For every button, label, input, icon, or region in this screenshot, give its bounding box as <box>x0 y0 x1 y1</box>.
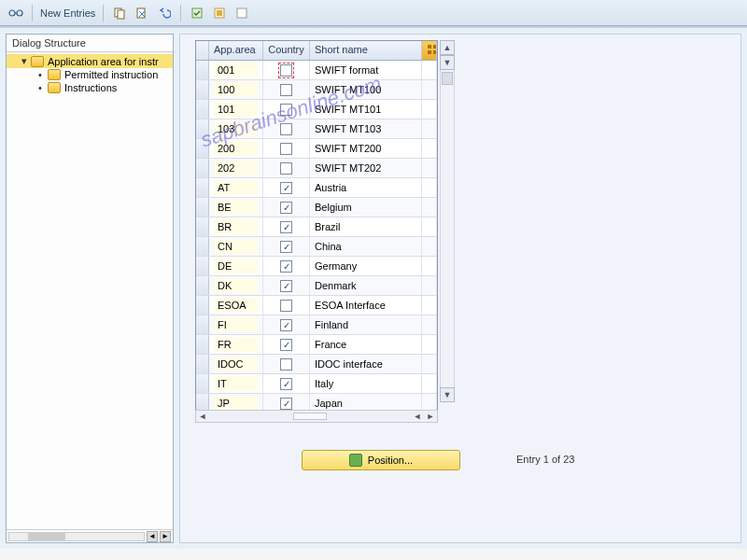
column-header-app-area[interactable]: App.area <box>209 41 263 60</box>
country-checkbox[interactable] <box>280 104 292 116</box>
column-header-country[interactable]: Country <box>263 41 310 60</box>
cell-short-name[interactable]: Brazil <box>310 217 422 236</box>
row-selector[interactable] <box>196 237 209 256</box>
row-selector[interactable] <box>196 315 209 334</box>
scroll-right-icon[interactable]: ► <box>424 411 437 422</box>
delete-icon[interactable] <box>134 5 150 21</box>
cell-short-name[interactable]: ESOA Interface <box>310 296 422 315</box>
cell-short-name[interactable]: Finland <box>310 315 422 334</box>
cell-short-name[interactable]: SWIFT format <box>310 61 422 79</box>
tree-node-instructions[interactable]: • Instructions <box>7 81 173 94</box>
row-selector[interactable] <box>196 100 209 119</box>
cell-short-name[interactable]: Belgium <box>310 198 422 217</box>
row-selector[interactable] <box>196 335 209 354</box>
country-checkbox[interactable] <box>280 84 292 96</box>
cell-app-area[interactable]: IDOC <box>209 355 263 373</box>
copy-icon[interactable] <box>111 5 128 21</box>
country-checkbox[interactable] <box>280 339 292 351</box>
country-checkbox[interactable] <box>280 358 292 371</box>
cell-short-name[interactable]: SWIFT MT202 <box>310 159 422 177</box>
table-h-scrollbar[interactable]: ◄ ◄ ► <box>195 410 438 423</box>
column-header-short-name[interactable]: Short name <box>310 41 422 60</box>
cell-short-name[interactable]: China <box>310 237 422 256</box>
select-block-icon[interactable] <box>211 5 228 21</box>
cell-app-area[interactable]: FI <box>209 315 263 334</box>
cell-app-area[interactable]: DK <box>209 276 263 295</box>
cell-short-name[interactable]: France <box>310 335 422 354</box>
glasses-icon[interactable] <box>7 5 24 21</box>
cell-app-area[interactable]: IT <box>209 374 263 393</box>
cell-short-name[interactable]: SWIFT MT103 <box>310 119 422 138</box>
country-checkbox[interactable] <box>280 241 292 253</box>
cell-app-area[interactable]: 202 <box>209 159 263 177</box>
cell-short-name[interactable]: Denmark <box>310 276 422 295</box>
cell-app-area[interactable]: CN <box>209 237 263 256</box>
scroll-first-icon[interactable]: ◄ <box>196 411 209 422</box>
row-selector[interactable] <box>196 80 209 99</box>
cell-app-area[interactable]: AT <box>209 178 263 197</box>
country-checkbox[interactable] <box>280 260 292 273</box>
scroll-right-icon[interactable]: ► <box>160 531 171 542</box>
country-checkbox[interactable] <box>280 221 292 233</box>
cell-short-name[interactable]: SWIFT MT100 <box>310 80 422 99</box>
scroll-down-end-icon[interactable]: ▼ <box>440 387 455 402</box>
scroll-left-icon[interactable]: ◄ <box>411 411 424 422</box>
scrollbar-thumb[interactable] <box>28 533 65 540</box>
scroll-down-icon[interactable]: ▼ <box>440 55 455 70</box>
cell-app-area[interactable]: ESOA <box>209 296 263 315</box>
country-checkbox[interactable] <box>280 123 292 135</box>
row-selector[interactable] <box>196 139 209 158</box>
country-checkbox[interactable] <box>280 162 292 175</box>
scroll-up-icon[interactable]: ▲ <box>440 40 455 55</box>
position-button[interactable]: Position... <box>302 450 460 470</box>
cell-app-area[interactable]: 001 <box>209 61 263 79</box>
deselect-all-icon[interactable] <box>233 5 250 21</box>
cell-short-name[interactable]: IDOC interface <box>310 355 422 373</box>
row-selector[interactable] <box>196 374 209 393</box>
new-entries-button[interactable]: New Entries <box>40 7 95 19</box>
cell-app-area[interactable]: 103 <box>209 119 263 138</box>
row-selector[interactable] <box>196 217 209 236</box>
country-checkbox[interactable] <box>280 143 292 155</box>
row-selector[interactable] <box>196 178 209 197</box>
cell-app-area[interactable]: BR <box>209 217 263 236</box>
scrollbar-thumb[interactable] <box>293 413 327 420</box>
cell-app-area[interactable]: 100 <box>209 80 263 99</box>
select-all-header[interactable] <box>196 41 209 60</box>
tree-node-application-area[interactable]: ▾ Application area for instr <box>7 54 173 68</box>
scroll-left-icon[interactable]: ◄ <box>147 531 158 542</box>
country-checkbox[interactable] <box>280 182 292 194</box>
country-checkbox[interactable] <box>280 398 292 410</box>
undo-icon[interactable] <box>156 5 173 21</box>
configure-columns-icon[interactable] <box>422 41 437 60</box>
select-all-icon[interactable] <box>189 5 205 21</box>
cell-app-area[interactable]: BE <box>209 198 263 217</box>
scrollbar-track[interactable] <box>440 70 455 387</box>
country-checkbox[interactable] <box>280 64 292 77</box>
cell-short-name[interactable]: Germany <box>310 257 422 275</box>
scrollbar-track[interactable] <box>8 532 145 541</box>
tree-h-scrollbar[interactable]: ◄ ► <box>7 529 173 542</box>
collapse-icon[interactable]: ▾ <box>21 55 31 67</box>
country-checkbox[interactable] <box>280 280 292 292</box>
country-checkbox[interactable] <box>280 300 292 312</box>
row-selector[interactable] <box>196 159 209 177</box>
row-selector[interactable] <box>196 257 209 275</box>
table-v-scrollbar[interactable]: ▲ ▼ ▼ <box>440 40 455 402</box>
row-selector[interactable] <box>196 61 209 79</box>
country-checkbox[interactable] <box>280 202 292 214</box>
cell-app-area[interactable]: 101 <box>209 100 263 119</box>
cell-app-area[interactable]: 200 <box>209 139 263 158</box>
cell-short-name[interactable]: SWIFT MT101 <box>310 100 422 119</box>
row-selector[interactable] <box>196 198 209 217</box>
cell-short-name[interactable]: Austria <box>310 178 422 197</box>
country-checkbox[interactable] <box>280 378 292 390</box>
scrollbar-track[interactable] <box>209 413 411 420</box>
cell-short-name[interactable]: SWIFT MT200 <box>310 139 422 158</box>
cell-app-area[interactable]: DE <box>209 257 263 275</box>
row-selector[interactable] <box>196 355 209 373</box>
country-checkbox[interactable] <box>280 319 292 331</box>
cell-short-name[interactable]: Italy <box>310 374 422 393</box>
row-selector[interactable] <box>196 276 209 295</box>
row-selector[interactable] <box>196 296 209 315</box>
